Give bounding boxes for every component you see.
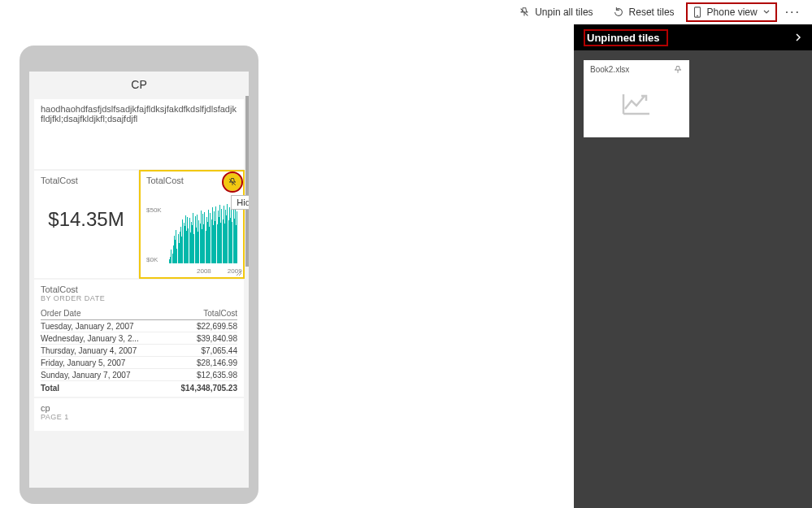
chevron-down-icon (762, 8, 771, 16)
phone-icon (693, 7, 702, 18)
data-table: Order Date TotalCost Tuesday, January 2,… (41, 307, 237, 394)
line-chart-icon (584, 91, 689, 117)
chevron-right-icon[interactable] (794, 33, 802, 42)
table-subtitle: BY ORDER DATE (41, 294, 237, 302)
unpinned-tiles-panel: Unpinned tiles Book2.xlsx (574, 24, 812, 508)
unpin-icon (519, 7, 530, 18)
page-tile[interactable]: cp PAGE 1 (34, 398, 244, 431)
x-tick: 2008 (197, 267, 211, 275)
table-row: Wednesday, January 3, 2...$39,840.98 (41, 332, 237, 345)
panel-header: Unpinned tiles (574, 24, 812, 50)
scrollbar-thumb[interactable] (245, 96, 249, 267)
kpi-label: TotalCost (41, 176, 132, 185)
more-options-button[interactable]: ··· (780, 5, 805, 20)
phone-view-button[interactable]: Phone view (686, 2, 777, 22)
phone-frame: CP haodhaohdfasfjdslfsadjkfajfldksjfakdf… (20, 46, 258, 504)
table-tile[interactable]: TotalCost BY ORDER DATE Order Date Total… (34, 280, 244, 397)
reset-tiles-button[interactable]: Reset tiles (605, 2, 683, 23)
kpi-tile[interactable]: TotalCost $14.35M (34, 171, 138, 278)
hide-tile-button[interactable] (224, 173, 241, 191)
hide-tile-tooltip: Hide tile (231, 195, 249, 210)
chart-tile[interactable]: TotalCost Hide tile $50K $0K 2008 2009 (140, 171, 244, 278)
table-row: Thursday, January 4, 2007$7,065.44 (41, 345, 237, 357)
dashboard-title: CP (29, 72, 249, 98)
unpin-all-button[interactable]: Unpin all tiles (510, 2, 601, 23)
resize-handle-icon[interactable] (236, 270, 242, 276)
table-total-row: Total$14,348,705.23 (41, 381, 237, 394)
top-toolbar: Unpin all tiles Reset tiles Phone view ·… (510, 0, 812, 24)
y-axis-top: $50K (146, 206, 162, 214)
phone-view-label: Phone view (707, 7, 758, 18)
reset-tiles-label: Reset tiles (629, 7, 675, 18)
page-tile-sub: PAGE 1 (41, 413, 237, 421)
text-tile[interactable]: haodhaohdfasfjdslfsadjkfajfldksjfakdfkds… (34, 99, 244, 169)
reset-icon (613, 7, 624, 18)
col-total-cost: TotalCost (166, 307, 237, 320)
kpi-value: $14.35M (41, 208, 132, 231)
table-row: Sunday, January 7, 2007$12,635.98 (41, 369, 237, 381)
y-axis-bottom: $0K (146, 256, 158, 263)
panel-title: Unpinned tiles (584, 29, 668, 46)
pin-icon[interactable] (673, 65, 683, 76)
table-title: TotalCost (41, 284, 237, 294)
page-tile-title: cp (41, 403, 237, 413)
unpinned-tile-title: Book2.xlsx (590, 65, 629, 74)
phone-screen: CP haodhaohdfasfjdslfsadjkfajfldksjfakdf… (29, 72, 249, 488)
text-tile-content: haodhaohdfasfjdslfsadjkfajfldksjfakdfkds… (41, 104, 237, 124)
col-order-date: Order Date (41, 307, 166, 320)
unpin-handle-icon (228, 177, 237, 187)
table-row: Friday, January 5, 2007$28,146.99 (41, 357, 237, 369)
unpin-all-label: Unpin all tiles (535, 7, 593, 18)
mini-bar-chart: $50K $0K (146, 203, 237, 263)
unpinned-tile-card[interactable]: Book2.xlsx (584, 60, 689, 137)
table-row: Tuesday, January 2, 2007$22,699.58 (41, 320, 237, 332)
